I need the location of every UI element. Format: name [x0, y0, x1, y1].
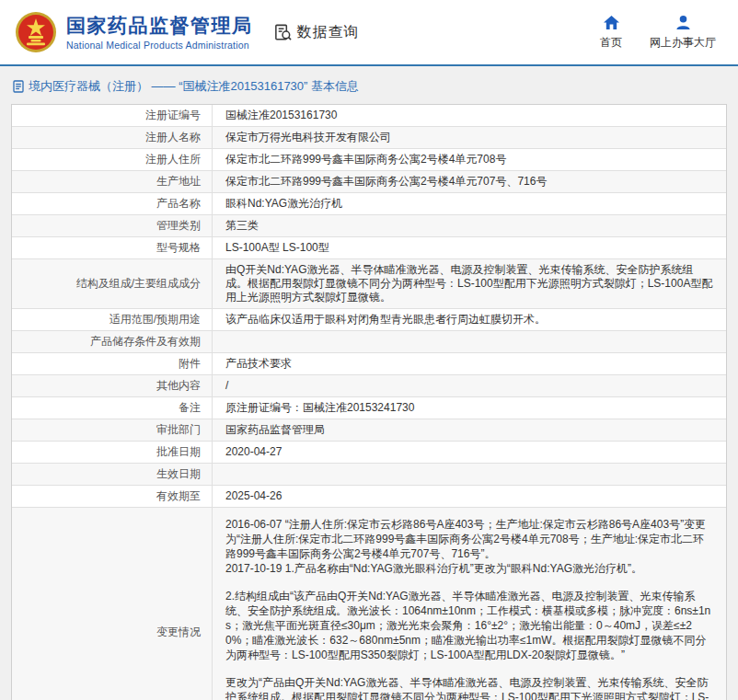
- row-label: 型号规格: [12, 237, 213, 258]
- table-row-approval-department: 审批部门 国家药品监督管理局: [12, 419, 726, 441]
- row-label: 适用范围/预期用途: [12, 309, 213, 330]
- national-emblem-icon: [15, 11, 57, 53]
- row-label: 生产地址: [12, 171, 213, 192]
- change-paragraph: 2016-06-07 “注册人住所:保定市云杉路86号A座403号；生产地址:保…: [225, 517, 713, 576]
- table-row-registrant-name: 注册人名称 保定市万得光电科技开发有限公司: [12, 126, 726, 148]
- row-label: 审批部门: [12, 419, 213, 441]
- row-label: 变更情况: [12, 508, 213, 700]
- row-label: 批准日期: [12, 442, 213, 463]
- row-value: 产品技术要求: [213, 353, 726, 374]
- table-row-attachment: 附件 产品技术要求: [12, 352, 726, 374]
- row-label: 注册人住所: [12, 149, 213, 170]
- row-label: 生效日期: [12, 464, 213, 485]
- table-row-storage-conditions: 产品储存条件及有效期: [12, 330, 726, 352]
- row-value: 眼科Nd:YAG激光治疗机: [213, 193, 726, 214]
- table-row-certificate-number: 注册证编号 国械注准20153161730: [12, 104, 726, 126]
- table-row-management-class: 管理类别 第三类: [12, 214, 726, 236]
- row-label: 备注: [12, 397, 213, 419]
- change-paragraph: 更改为“产品由Q开关Nd:YAG激光器、半导体瞄准激光器、电源及控制装置、光束传…: [225, 675, 713, 700]
- row-value: LS-100A型 LS-100型: [213, 237, 726, 258]
- row-value: 2025-04-26: [213, 486, 726, 507]
- table-row-remarks: 备注 原注册证编号：国械注准20153241730: [12, 396, 726, 419]
- table-row-product-name: 产品名称 眼科Nd:YAG激光治疗机: [12, 192, 726, 214]
- row-label: 注册人名称: [12, 127, 213, 148]
- table-row-model-spec: 型号规格 LS-100A型 LS-100型: [12, 236, 726, 258]
- breadcrumb-text: 境内医疗器械（注册） —— “国械注准20153161730” 基本信息: [29, 78, 359, 95]
- agency-name-en: National Medical Products Administration: [66, 40, 253, 51]
- nav-item-home[interactable]: 首页: [600, 15, 622, 51]
- row-label: 其他内容: [12, 375, 213, 396]
- nav-service-hall-label: 网上办事大厅: [650, 35, 716, 51]
- table-row-effective-date: 生效日期: [12, 463, 726, 485]
- table-row-expiry-date: 有效期至 2025-04-26: [12, 485, 726, 507]
- table-row-registrant-address: 注册人住所 保定市北二环路999号鑫丰国际商务公寓2号楼4单元708号: [12, 148, 726, 170]
- row-value: [213, 464, 726, 485]
- row-label: 附件: [12, 353, 213, 374]
- row-value: 保定市万得光电科技开发有限公司: [213, 127, 726, 148]
- table-row-other-content: 其他内容 /: [12, 374, 726, 396]
- header-nav: 首页 网上办事大厅: [600, 15, 723, 51]
- row-label: 产品名称: [12, 193, 213, 214]
- agency-logo[interactable]: 国家药品监督管理局 National Medical Products Admi…: [15, 11, 253, 53]
- row-value: 该产品临床仅适用于眼科对闭角型青光眼患者行周边虹膜切开术。: [213, 309, 726, 330]
- user-icon: [675, 15, 692, 30]
- row-label: 有效期至: [12, 486, 213, 507]
- data-query-label: 数据查询: [297, 23, 360, 42]
- row-value: 由Q开关Nd:YAG激光器、半导体瞄准激光器、电源及控制装置、光束传输系统、安全…: [213, 259, 726, 308]
- row-value: /: [213, 375, 726, 396]
- table-row-production-address: 生产地址 保定市北二环路999号鑫丰国际商务公寓2号楼4单元707号、716号: [12, 170, 726, 192]
- document-icon: [13, 80, 24, 93]
- nav-item-service-hall[interactable]: 网上办事大厅: [650, 15, 716, 51]
- row-value: 保定市北二环路999号鑫丰国际商务公寓2号楼4单元708号: [213, 149, 726, 170]
- change-paragraph: 2.结构组成由“该产品由Q开关Nd:YAG激光器、半导体瞄准激光器、电源及控制装…: [225, 589, 713, 662]
- home-icon: [603, 15, 620, 30]
- row-value: 国械注准20153161730: [213, 105, 726, 126]
- row-value: 第三类: [213, 215, 726, 236]
- row-label: 管理类别: [12, 215, 213, 236]
- row-label: 产品储存条件及有效期: [12, 331, 213, 352]
- row-value: 2016-06-07 “注册人住所:保定市云杉路86号A座403号；生产地址:保…: [213, 508, 726, 700]
- row-value: [213, 331, 726, 352]
- row-value: 国家药品监督管理局: [213, 419, 726, 441]
- table-row-change-history: 变更情况 2016-06-07 “注册人住所:保定市云杉路86号A座403号；生…: [12, 507, 726, 700]
- row-value: 保定市北二环路999号鑫丰国际商务公寓2号楼4单元707号、716号: [213, 171, 726, 192]
- agency-names: 国家药品监督管理局 National Medical Products Admi…: [66, 15, 253, 51]
- table-row-approval-date: 批准日期 2020-04-27: [12, 441, 726, 463]
- table-row-structure-composition: 结构及组成/主要组成成分 由Q开关Nd:YAG激光器、半导体瞄准激光器、电源及控…: [12, 258, 726, 308]
- site-header: 国家药品监督管理局 National Medical Products Admi…: [0, 0, 738, 64]
- table-row-intended-use: 适用范围/预期用途 该产品临床仅适用于眼科对闭角型青光眼患者行周边虹膜切开术。: [12, 308, 726, 330]
- data-query-tab[interactable]: 数据查询: [273, 23, 360, 42]
- nav-home-label: 首页: [600, 35, 622, 51]
- breadcrumb: 境内医疗器械（注册） —— “国械注准20153161730” 基本信息: [0, 66, 738, 104]
- row-value: 2020-04-27: [213, 442, 726, 463]
- registration-info-table: 注册证编号 国械注准20153161730 注册人名称 保定市万得光电科技开发有…: [11, 104, 727, 700]
- row-label: 注册证编号: [12, 105, 213, 126]
- row-value: 原注册证编号：国械注准20153241730: [213, 397, 726, 419]
- document-search-icon: [273, 23, 293, 42]
- agency-name: 国家药品监督管理局: [66, 15, 253, 37]
- row-label: 结构及组成/主要组成成分: [12, 259, 213, 308]
